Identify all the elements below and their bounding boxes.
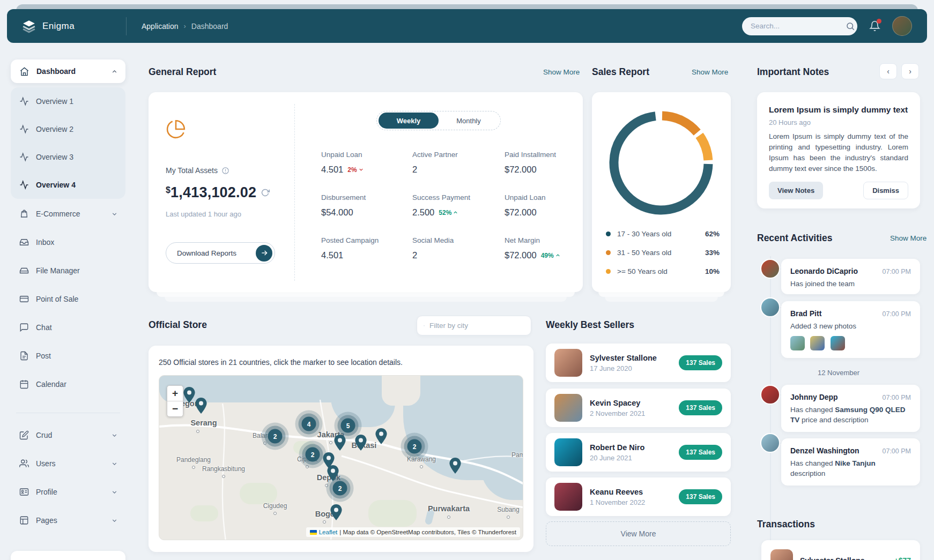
activities-show-more[interactable]: Show More xyxy=(890,234,926,242)
city-label: Subang xyxy=(497,506,519,513)
refresh-icon[interactable] xyxy=(261,188,270,197)
sidebar-item-file-manager[interactable]: File Manager xyxy=(11,259,125,282)
brand[interactable]: Enigma xyxy=(7,19,126,33)
activity-card[interactable]: Johnny Depp07:00 PM Has changed Samsung … xyxy=(781,385,920,432)
store-cluster-marker[interactable]: 2 xyxy=(306,447,320,462)
seller-row[interactable]: Keanu Reeves1 November 2022 137 Sales xyxy=(546,477,731,516)
notifications-button[interactable] xyxy=(869,20,880,32)
map-zoom-in-button[interactable]: + xyxy=(167,386,183,401)
sidebar-item-chat[interactable]: Chat xyxy=(11,316,125,339)
store-cluster-marker[interactable]: 2 xyxy=(333,481,347,496)
breadcrumb-application[interactable]: Application xyxy=(142,22,179,31)
age-distribution-donut-chart[interactable] xyxy=(607,109,715,216)
filter-by-city-input[interactable] xyxy=(429,322,524,330)
search-input[interactable] xyxy=(751,22,846,30)
seller-avatar xyxy=(554,483,582,511)
info-icon[interactable] xyxy=(221,167,229,175)
stat-value: 2.500 52% xyxy=(412,207,458,218)
general-report-separator xyxy=(294,104,295,281)
view-notes-button[interactable]: View Notes xyxy=(769,182,823,199)
store-pin-marker[interactable] xyxy=(334,435,346,451)
store-pin-marker[interactable] xyxy=(355,435,367,451)
user-avatar[interactable] xyxy=(892,16,912,36)
sidebar-item-post[interactable]: Post xyxy=(11,344,125,368)
sales-report-show-more[interactable]: Show More xyxy=(692,68,728,76)
leaflet-link[interactable]: Leaflet xyxy=(319,529,338,535)
sales-badge: 137 Sales xyxy=(679,355,722,370)
note-title: Lorem Ipsum is simply dummy text xyxy=(769,105,908,115)
store-pin-marker[interactable] xyxy=(195,398,207,414)
store-cluster-marker[interactable]: 2 xyxy=(407,439,422,454)
activity-card[interactable]: Denzel Washington07:00 PM Has changed Ni… xyxy=(781,438,920,486)
sidebar-item-overview-3[interactable]: Overview 3 xyxy=(11,145,125,169)
important-notes-title: Important Notes xyxy=(757,66,829,78)
photo-thumbnail[interactable] xyxy=(790,336,805,350)
transaction-row[interactable]: Sylvester Stallone +$77 xyxy=(761,540,920,560)
sidebar-item-dashboard[interactable]: Dashboard xyxy=(11,59,125,83)
store-cluster-marker[interactable]: 2 xyxy=(268,429,283,444)
sidebar-item-inbox[interactable]: Inbox xyxy=(11,230,125,254)
store-map[interactable]: Cilegon Serang Balaraja Pandeglang Rangk… xyxy=(159,375,523,540)
breadcrumb: Application › Dashboard xyxy=(127,22,228,31)
sidebar-item-overview-2[interactable]: Overview 2 xyxy=(11,117,125,141)
seller-avatar xyxy=(554,438,582,466)
city-label: Rangkasbitung xyxy=(202,465,245,473)
stat-label: Paid Installment xyxy=(505,151,556,159)
sidebar-item-overview-1[interactable]: Overview 1 xyxy=(11,89,125,113)
note-time: 20 Hours ago xyxy=(769,118,908,126)
activity-icon xyxy=(19,152,29,162)
store-cluster-marker[interactable]: 4 xyxy=(302,417,316,431)
general-report-show-more[interactable]: Show More xyxy=(543,68,580,76)
map-zoom-out-button[interactable]: − xyxy=(167,401,183,416)
dismiss-button[interactable]: Dismiss xyxy=(863,182,908,199)
weekly-toggle-button[interactable]: Weekly xyxy=(379,113,439,129)
search-icon[interactable] xyxy=(846,21,855,31)
sidebar-divider xyxy=(16,413,120,413)
city-dot xyxy=(329,441,332,444)
stat-label: Disbursement xyxy=(321,193,366,201)
store-pin-marker[interactable] xyxy=(449,458,461,474)
store-cluster-marker[interactable]: 5 xyxy=(341,419,355,433)
sidebar-item-calendar[interactable]: Calendar xyxy=(11,372,125,396)
notes-prev-button[interactable]: ‹ xyxy=(879,63,897,79)
sidebar-item-overview-4[interactable]: Overview 4 xyxy=(11,173,125,197)
sales-badge: 137 Sales xyxy=(679,400,722,415)
recent-activities-title: Recent Activities xyxy=(757,233,832,244)
activity-card[interactable]: Brad Pitt07:00 PM Added 3 new photos xyxy=(781,301,920,358)
store-pin-marker[interactable] xyxy=(327,465,339,481)
view-more-button[interactable]: View More xyxy=(546,521,731,546)
total-assets-value: 1,413,102.02 xyxy=(171,184,256,201)
stat-value: $72.000 xyxy=(505,165,537,175)
store-pin-marker[interactable] xyxy=(330,504,342,520)
message-square-icon xyxy=(19,323,29,332)
activity-avatar xyxy=(760,259,780,279)
sidebar-item-crud[interactable]: Crud xyxy=(11,423,125,447)
map-zoom-control: + − xyxy=(167,385,183,417)
credit-card-icon xyxy=(19,294,29,304)
breadcrumb-dashboard[interactable]: Dashboard xyxy=(191,22,228,31)
sidebar-item-point-of-sale[interactable]: Point of Sale xyxy=(11,287,125,311)
download-reports-button[interactable]: Download Reports xyxy=(166,242,275,264)
store-pin-marker[interactable] xyxy=(183,387,195,403)
activity-card[interactable]: Leonardo DiCaprio07:00 PM Has joined the… xyxy=(781,259,920,294)
seller-row[interactable]: Robert De Niro20 June 2021 137 Sales xyxy=(546,433,731,472)
stat-label: Active Partner xyxy=(412,151,458,159)
city-dot xyxy=(273,512,277,515)
dashboard-submenu: Overview 1 Overview 2 Overview 3 Overvie… xyxy=(11,87,125,199)
calendar-icon xyxy=(19,379,29,389)
photo-thumbnail[interactable] xyxy=(810,336,825,350)
notes-next-button[interactable]: › xyxy=(901,63,919,79)
seller-row[interactable]: Kevin Spacey2 November 2021 137 Sales xyxy=(546,389,731,427)
card-stack-layer xyxy=(598,292,724,297)
store-pin-marker[interactable] xyxy=(375,428,387,444)
stat-label: Unpaid Loan xyxy=(321,151,362,159)
sidebar-item-users[interactable]: Users xyxy=(11,452,125,475)
sidebar-item-ecommerce[interactable]: E-Commerce xyxy=(11,202,125,226)
seller-row[interactable]: Sylvester Stallone17 June 2020 137 Sales xyxy=(546,344,731,382)
photo-thumbnail[interactable] xyxy=(831,336,845,350)
legend-dot xyxy=(606,250,611,255)
sidebar-item-profile[interactable]: Profile xyxy=(11,480,125,504)
brand-name: Enigma xyxy=(42,21,75,32)
monthly-toggle-button[interactable]: Monthly xyxy=(439,117,499,125)
sidebar-item-pages[interactable]: Pages xyxy=(11,509,125,532)
